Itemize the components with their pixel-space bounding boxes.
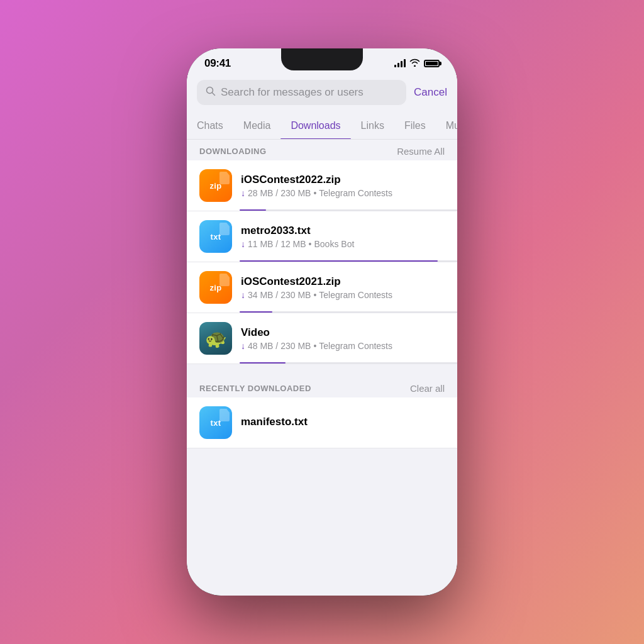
tab-links[interactable]: Links	[351, 113, 394, 139]
download-item-3[interactable]: zip iOSContest2021.zip ↓ 34 MB / 230 MB …	[187, 262, 457, 313]
search-bar[interactable]: Search for messages or users	[197, 80, 406, 105]
tab-chats[interactable]: Chats	[187, 113, 233, 139]
tab-files[interactable]: Files	[394, 113, 436, 139]
download-list: zip iOSContest2022.zip ↓ 28 MB / 230 MB …	[187, 160, 457, 364]
turtle-thumbnail: 🐢	[199, 322, 232, 355]
item-name-4: Video	[241, 326, 445, 339]
download-item-4[interactable]: 🐢 Video ↓ 48 MB / 230 MB • Telegram Cont…	[187, 313, 457, 364]
search-container: Search for messages or users Cancel	[187, 75, 457, 113]
wifi-icon	[409, 58, 420, 69]
download-arrow-4: ↓	[241, 341, 245, 351]
recent-item-name-1: manifesto.txt	[241, 416, 445, 428]
progress-bar-3	[240, 311, 457, 313]
download-arrow-1: ↓	[241, 188, 245, 198]
file-icon-zip-2: zip	[199, 271, 232, 304]
content-area: Search for messages or users Cancel Chat…	[187, 75, 457, 591]
item-info-3: iOSContest2021.zip ↓ 34 MB / 230 MB • Te…	[241, 275, 445, 300]
tabs-container: Chats Media Downloads Links Files Music	[187, 113, 457, 140]
item-name-1: iOSContest2022.zip	[241, 174, 445, 186]
status-icons	[394, 58, 440, 69]
recently-section-header: RECENTLY DOWNLOADED Clear all	[187, 377, 457, 397]
signal-icon	[394, 60, 406, 67]
recent-item-1[interactable]: txt manifesto.txt	[187, 397, 457, 448]
item-size-4: 48 MB / 230 MB	[248, 341, 311, 351]
file-icon-txt-1: txt	[199, 220, 232, 253]
item-info-2: metro2033.txt ↓ 11 MB / 12 MB • Books Bo…	[241, 225, 445, 249]
item-size-2: 11 MB / 12 MB	[248, 239, 306, 249]
recently-downloaded-section: RECENTLY DOWNLOADED Clear all txt manife…	[187, 377, 457, 448]
item-source-3: Telegram Contests	[319, 290, 392, 300]
recently-list: txt manifesto.txt	[187, 397, 457, 448]
item-meta-3: ↓ 34 MB / 230 MB • Telegram Contests	[241, 290, 445, 300]
item-meta-1: ↓ 28 MB / 230 MB • Telegram Contests	[241, 188, 445, 198]
item-source-1: Telegram Contests	[319, 188, 392, 198]
item-source-2: Books Bot	[314, 239, 355, 249]
item-size-1: 28 MB / 230 MB	[248, 188, 311, 198]
battery-icon	[424, 60, 440, 67]
recently-section-title: RECENTLY DOWNLOADED	[199, 384, 311, 393]
phone-screen: 09:41	[187, 48, 457, 596]
file-icon-video: 🐢	[199, 322, 232, 355]
search-icon	[206, 86, 216, 99]
downloading-section-header: DOWNLOADING Resume All	[187, 140, 457, 160]
tab-downloads[interactable]: Downloads	[280, 113, 350, 139]
progress-bar-2	[240, 260, 457, 262]
status-time: 09:41	[204, 57, 231, 70]
notch	[281, 48, 363, 70]
resume-all-button[interactable]: Resume All	[397, 146, 445, 157]
tab-music[interactable]: Music	[436, 113, 457, 139]
clear-all-button[interactable]: Clear all	[410, 383, 445, 394]
download-item-1[interactable]: zip iOSContest2022.zip ↓ 28 MB / 230 MB …	[187, 160, 457, 211]
phone-frame: 09:41	[187, 48, 457, 596]
downloading-section-title: DOWNLOADING	[199, 147, 267, 156]
item-meta-2: ↓ 11 MB / 12 MB • Books Bot	[241, 239, 445, 249]
download-item-2[interactable]: txt metro2033.txt ↓ 11 MB / 12 MB • Book…	[187, 211, 457, 262]
item-info-4: Video ↓ 48 MB / 230 MB • Telegram Contes…	[241, 326, 445, 351]
item-name-2: metro2033.txt	[241, 225, 445, 237]
item-meta-4: ↓ 48 MB / 230 MB • Telegram Contests	[241, 341, 445, 351]
tab-media[interactable]: Media	[233, 113, 281, 139]
cancel-button[interactable]: Cancel	[414, 86, 447, 99]
item-name-3: iOSContest2021.zip	[241, 275, 445, 288]
download-arrow-3: ↓	[241, 290, 245, 300]
download-arrow-2: ↓	[241, 239, 245, 249]
svg-line-1	[213, 93, 215, 96]
item-size-3: 34 MB / 230 MB	[248, 290, 311, 300]
item-source-4: Telegram Contests	[319, 341, 392, 351]
item-info-1: iOSContest2022.zip ↓ 28 MB / 230 MB • Te…	[241, 174, 445, 198]
progress-bar-1	[240, 209, 457, 211]
recent-item-info-1: manifesto.txt	[241, 416, 445, 430]
file-icon-recent-txt: txt	[199, 406, 232, 439]
file-icon-zip-1: zip	[199, 169, 232, 202]
search-placeholder: Search for messages or users	[221, 86, 364, 99]
progress-bar-4	[240, 362, 457, 364]
